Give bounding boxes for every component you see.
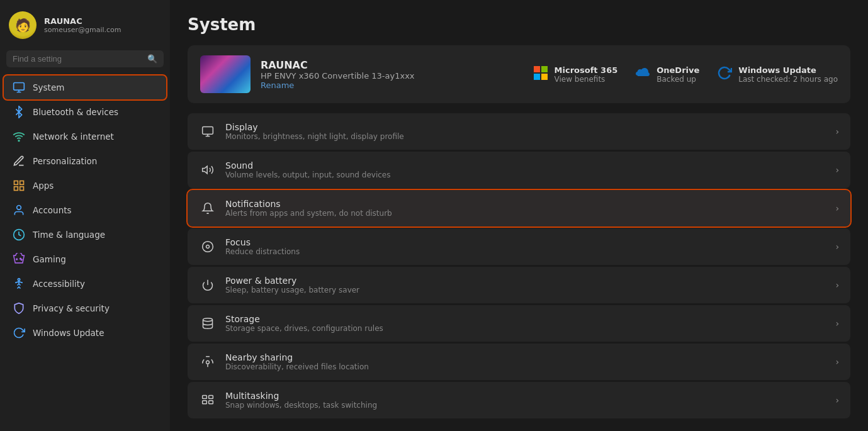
svg-rect-14: [541, 66, 548, 72]
focus-text: Focus Reduce distractions: [225, 237, 826, 256]
sidebar-item-label: Bluetooth & devices: [33, 107, 118, 117]
power-text: Power & battery Sleep, battery usage, ba…: [225, 276, 826, 294]
svg-point-24: [203, 318, 213, 322]
sidebar-item-label: Personalization: [33, 156, 97, 166]
sidebar-item-network[interactable]: Network & internet: [4, 125, 166, 148]
svg-rect-16: [541, 74, 548, 80]
privacy-icon: [13, 302, 25, 315]
winupdate-icon: [717, 65, 732, 84]
user-profile[interactable]: 🧑 RAUNAC someuser@gmail.com: [0, 0, 170, 48]
svg-rect-0: [14, 83, 25, 91]
storage-text: Storage Storage space, drives, configura…: [225, 314, 826, 333]
settings-row-display[interactable]: Display Monitors, brightness, night ligh…: [188, 113, 850, 150]
notifications-icon: [199, 199, 217, 217]
rename-link[interactable]: Rename: [261, 81, 523, 90]
sidebar-item-accounts[interactable]: Accounts: [4, 198, 166, 222]
storage-title: Storage: [225, 314, 826, 324]
sidebar-item-label: Windows Update: [33, 328, 104, 338]
user-info: RAUNAC someuser@gmail.com: [44, 16, 121, 34]
sidebar-item-personalization[interactable]: Personalization: [4, 149, 166, 173]
settings-row-notifications[interactable]: Notifications Alerts from apps and syste…: [188, 190, 850, 227]
sidebar-item-label: System: [33, 82, 64, 92]
svg-rect-4: [20, 187, 24, 191]
extra-onedrive[interactable]: OneDrive Backed up: [635, 65, 699, 84]
display-title: Display: [225, 122, 826, 132]
sound-chevron: ›: [835, 165, 839, 175]
sidebar: 🧑 RAUNAC someuser@gmail.com 🔍 System Blu…: [0, 0, 170, 431]
ms365-text: Microsoft 365 View benefits: [555, 65, 618, 84]
onedrive-text: OneDrive Backed up: [657, 65, 699, 84]
settings-row-multitasking[interactable]: Multitasking Snap windows, desktops, tas…: [188, 382, 850, 418]
svg-point-25: [206, 361, 210, 364]
ms365-icon: [533, 65, 548, 84]
sidebar-item-apps[interactable]: Apps: [4, 174, 166, 198]
svg-rect-26: [203, 396, 207, 399]
ms365-title: Microsoft 365: [555, 65, 618, 75]
device-thumbnail: [200, 55, 251, 93]
svg-rect-17: [203, 127, 213, 135]
svg-rect-13: [534, 66, 540, 72]
search-input[interactable]: [13, 54, 142, 64]
device-card: RAUNAC HP ENVY x360 Convertible 13-ay1xx…: [188, 45, 850, 103]
onedrive-subtitle: Backed up: [657, 75, 699, 84]
multitasking-text: Multitasking Snap windows, desktops, tas…: [225, 391, 826, 410]
svg-point-22: [206, 245, 210, 249]
extra-ms365[interactable]: Microsoft 365 View benefits: [533, 65, 618, 84]
svg-marker-20: [203, 166, 208, 174]
multitasking-chevron: ›: [835, 395, 839, 405]
ms365-subtitle: View benefits: [555, 75, 618, 84]
nearby-title: Nearby sharing: [225, 352, 826, 362]
device-model: HP ENVY x360 Convertible 13-ay1xxx: [261, 71, 523, 81]
settings-row-nearby[interactable]: Nearby sharing Discoverability, received…: [188, 344, 850, 380]
power-icon: [199, 276, 217, 294]
winupdate-title: Windows Update: [738, 65, 838, 75]
svg-rect-27: [209, 396, 213, 399]
svg-rect-28: [203, 401, 207, 404]
multitasking-title: Multitasking: [225, 391, 826, 401]
svg-rect-29: [209, 401, 213, 404]
sidebar-item-bluetooth[interactable]: Bluetooth & devices: [4, 100, 166, 124]
accounts-icon: [13, 204, 25, 216]
accessibility-icon: [13, 277, 25, 290]
settings-row-focus[interactable]: Focus Reduce distractions ›: [188, 228, 850, 265]
extra-winupdate[interactable]: Windows Update Last checked: 2 hours ago: [717, 65, 838, 84]
sound-icon: [199, 161, 217, 179]
svg-point-11: [21, 259, 22, 260]
apps-icon: [13, 179, 25, 192]
power-chevron: ›: [835, 280, 839, 290]
nearby-text: Nearby sharing Discoverability, received…: [225, 352, 826, 371]
sidebar-item-label: Privacy & security: [33, 303, 110, 313]
search-bar[interactable]: 🔍: [6, 50, 164, 67]
focus-chevron: ›: [835, 242, 839, 252]
sidebar-item-accessibility[interactable]: Accessibility: [4, 272, 166, 296]
svg-rect-2: [14, 181, 18, 185]
focus-title: Focus: [225, 237, 826, 247]
user-name: RAUNAC: [44, 16, 121, 26]
settings-row-sound[interactable]: Sound Volume levels, output, input, soun…: [188, 152, 850, 188]
sidebar-item-time[interactable]: Time & language: [4, 223, 166, 247]
sidebar-item-windowsupdate[interactable]: Windows Update: [4, 321, 166, 345]
sidebar-item-label: Accounts: [33, 205, 72, 215]
settings-row-power[interactable]: Power & battery Sleep, battery usage, ba…: [188, 267, 850, 303]
storage-subtitle: Storage space, drives, configuration rul…: [225, 324, 826, 333]
network-icon: [13, 130, 25, 143]
sidebar-item-system[interactable]: System: [4, 76, 166, 99]
personalization-icon: [13, 155, 25, 167]
display-icon: [199, 123, 217, 140]
svg-rect-15: [534, 74, 540, 80]
settings-list: Display Monitors, brightness, night ligh…: [188, 113, 850, 418]
sidebar-item-privacy[interactable]: Privacy & security: [4, 296, 166, 320]
sound-title: Sound: [225, 160, 826, 171]
settings-row-storage[interactable]: Storage Storage space, drives, configura…: [188, 305, 850, 342]
winupdate-subtitle: Last checked: 2 hours ago: [738, 75, 838, 84]
device-extras: Microsoft 365 View benefits OneDrive Bac…: [533, 65, 838, 84]
sidebar-item-gaming[interactable]: Gaming: [4, 247, 166, 271]
device-name: RAUNAC: [261, 59, 523, 71]
nearby-chevron: ›: [835, 357, 839, 367]
display-text: Display Monitors, brightness, night ligh…: [225, 122, 826, 141]
sidebar-item-label: Accessibility: [33, 279, 85, 289]
user-email: someuser@gmail.com: [44, 26, 121, 34]
device-info: RAUNAC HP ENVY x360 Convertible 13-ay1xx…: [261, 59, 523, 90]
multitasking-subtitle: Snap windows, desktops, task switching: [225, 401, 826, 410]
notifications-subtitle: Alerts from apps and system, do not dist…: [225, 209, 826, 218]
